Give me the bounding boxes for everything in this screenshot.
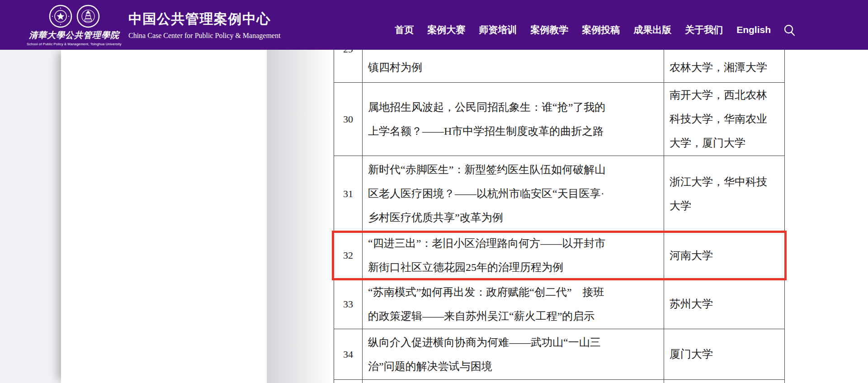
text-line: 浙江大学，华中科技	[670, 170, 781, 194]
text-line: 农林大学，湘潭大学	[670, 58, 781, 77]
site-title-block: 中国公共管理案例中心 China Case Center for Public …	[128, 10, 280, 40]
text-line: “苏南模式”如何再出发：政府赋能“创二代” 接班	[368, 280, 657, 304]
site-title: 中国公共管理案例中心	[128, 10, 280, 28]
text-line: 乡村医疗优质共享”改革为例	[368, 206, 657, 230]
organizations-cell	[664, 380, 784, 383]
text-line: “四进三出”：老旧小区治理路向何方——以开封市	[368, 232, 657, 255]
nav-item-6[interactable]: 成果出版	[633, 24, 671, 36]
organizations-cell: 南开大学，西北农林科技大学，华南农业大学，厦门大学	[664, 83, 784, 156]
text-line: 的政策逻辑——来自苏州吴江“薪火工程”的启示	[368, 304, 657, 328]
organizations-cell: 河南大学	[664, 232, 784, 279]
organizations-cell: 厦门大学	[664, 329, 784, 379]
text-line: 治”问题的解决尝试与困境	[368, 355, 657, 378]
nav-item-3[interactable]: 师资培训	[479, 24, 517, 36]
case-title-cell: 新时代“赤脚医生”：新型签约医生队伍如何破解山区老人医疗困境？——以杭州市临安区…	[362, 156, 664, 232]
table-row-34: 34纵向介入促进横向协商为何难——武功山“一山三治”问题的解决尝试与困境厦门大学	[334, 329, 784, 380]
document-shadow	[267, 50, 335, 383]
nav-item-7[interactable]: 关于我们	[685, 24, 723, 36]
search-icon[interactable]	[783, 24, 796, 36]
school-name-zh: 清華大學公共管理學院	[26, 29, 122, 41]
row-number-cell	[334, 380, 362, 383]
table-row-next	[334, 380, 784, 383]
text-line: 大学，厦门大学	[670, 131, 781, 155]
table-row-30: 30属地招生风波起，公民同招乱象生：谁“抢”了我的上学名额？——H市中学招生制度…	[334, 83, 784, 156]
row-number-cell: 34	[334, 329, 362, 379]
text-line: 科技大学，华南农业	[670, 107, 781, 131]
row-number-cell: 32	[334, 232, 362, 279]
text-line: 纵向介入促进横向协商为何难——武功山“一山三	[368, 331, 657, 355]
table-row-31: 31新时代“赤脚医生”：新型签约医生队伍如何破解山区老人医疗困境？——以杭州市临…	[334, 156, 784, 232]
site-header: 清華大學公共管理學院 School of Public Policy & Man…	[0, 0, 868, 50]
nav-item-2[interactable]: 案例大赛	[427, 24, 465, 36]
row-number-cell: 30	[334, 83, 362, 156]
logo[interactable]: 清華大學公共管理學院 School of Public Policy & Man…	[26, 4, 122, 46]
nav-item-8[interactable]: English	[736, 24, 771, 35]
row-number-cell: 31	[334, 156, 362, 232]
nav-item-1[interactable]: 首页	[395, 24, 414, 36]
text-line: 大学	[670, 194, 781, 218]
case-title-cell	[362, 380, 664, 383]
text-line: 新时代“赤脚医生”：新型签约医生队伍如何破解山	[368, 158, 657, 182]
table-row-32: 32“四进三出”：老旧小区治理路向何方——以开封市新街口社区立德花园25年的治理…	[334, 232, 784, 279]
organizations-cell: 浙江大学，华中科技大学	[664, 156, 784, 232]
case-title-cell: 纵向介入促进横向协商为何难——武功山“一山三治”问题的解决尝试与困境	[362, 329, 664, 379]
row-number-cell: 33	[334, 279, 362, 329]
sppm-seal-icon	[76, 5, 100, 28]
content-area: 29镇四村为例农林大学，湘潭大学30属地招生风波起，公民同招乱象生：谁“抢”了我…	[61, 50, 868, 383]
nav-item-4[interactable]: 案例教学	[530, 24, 568, 36]
case-title-cell: “四进三出”：老旧小区治理路向何方——以开封市新街口社区立德花园25年的治理历程…	[362, 232, 664, 279]
text-line: 苏州大学	[670, 292, 781, 316]
nav-item-5[interactable]: 案例投稿	[582, 24, 620, 36]
text-line: 上学名额？——H市中学招生制度改革的曲折之路	[368, 119, 657, 143]
text-line: 新街口社区立德花园25年的治理历程为例	[368, 255, 657, 279]
case-title-cell: “苏南模式”如何再出发：政府赋能“创二代” 接班的政策逻辑——来自苏州吴江“薪火…	[362, 279, 664, 329]
main-nav: 首页案例大赛师资培训案例教学案例投稿成果出版关于我们English	[395, 24, 796, 36]
text-line: 属地招生风波起，公民同招乱象生：谁“抢”了我的	[368, 95, 657, 119]
text-line: 河南大学	[670, 244, 781, 268]
text-line: 镇四村为例	[368, 58, 657, 77]
text-line: 南开大学，西北农林	[670, 83, 781, 107]
tsinghua-seal-icon	[49, 5, 72, 28]
text-line: 厦门大学	[670, 342, 781, 366]
case-table: 29镇四村为例农林大学，湘潭大学30属地招生风波起，公民同招乱象生：谁“抢”了我…	[334, 31, 785, 383]
site-subtitle: China Case Center for Public Policy & Ma…	[128, 32, 280, 40]
school-name-en: School of Public Policy & Management, Ts…	[26, 42, 122, 46]
table-row-33: 33“苏南模式”如何再出发：政府赋能“创二代” 接班的政策逻辑——来自苏州吴江“…	[334, 279, 784, 329]
text-line: 区老人医疗困境？——以杭州市临安区“天目医享·	[368, 182, 657, 206]
case-title-cell: 属地招生风波起，公民同招乱象生：谁“抢”了我的上学名额？——H市中学招生制度改革…	[362, 83, 664, 156]
organizations-cell: 苏州大学	[664, 279, 784, 329]
